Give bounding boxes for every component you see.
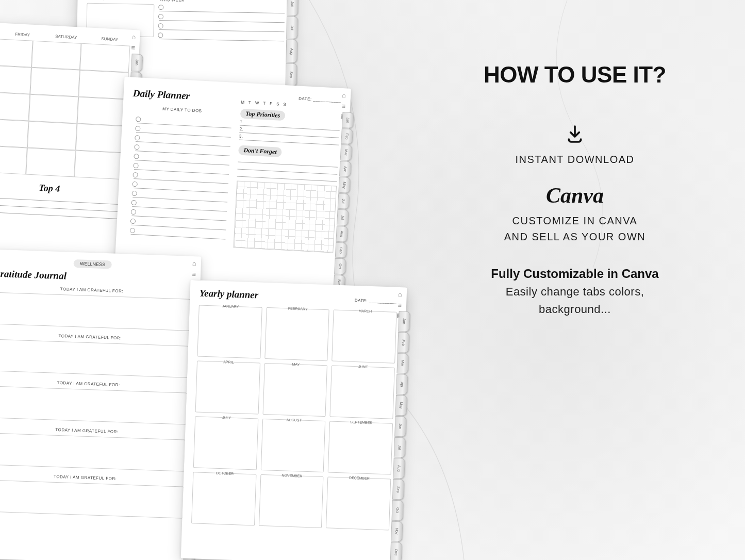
- home-icon: ⌂: [192, 259, 196, 267]
- tab-month: Sep: [286, 63, 297, 87]
- page-corner-icons: ⌂ ≡: [131, 33, 136, 52]
- month-label: DECEMBER: [328, 475, 391, 481]
- sub-line-2: background...: [436, 303, 714, 316]
- month-label: JULY: [195, 415, 258, 420]
- month-label: MARCH: [334, 308, 396, 314]
- tab-month: Aug: [286, 40, 297, 63]
- tab-month: Oct: [334, 258, 346, 275]
- page-subtitle: MY DAILY TO DOS: [132, 105, 232, 115]
- page-title: Daily Planner: [133, 88, 233, 104]
- menu-icon: ≡: [398, 301, 402, 309]
- tab-month: Sep: [335, 242, 347, 258]
- tab-month: Apr: [339, 161, 352, 177]
- month-label: APRIL: [197, 359, 260, 365]
- yearly-planner-page: ⌂ ≡ ▦ Jan Feb Mar Apr May Jun Jul Aug Se…: [181, 280, 407, 560]
- entry-box: [0, 386, 187, 424]
- todo-line: [159, 30, 284, 41]
- month-label: SEPTEMBER: [330, 419, 392, 425]
- side-tabs: May Jun Jul Aug Sep: [286, 0, 299, 87]
- tab-month: Aug: [336, 226, 348, 242]
- day-label: SUNDAY: [87, 0, 154, 2]
- home-icon: ⌂: [342, 91, 346, 99]
- page-title: Yearly planner: [199, 287, 258, 301]
- gratitude-journal-page: ⌂ ≡ ▦ Jan Feb Mar Apr May Jun Jul Aug Se…: [0, 249, 201, 560]
- tab-month: Feb: [398, 332, 409, 353]
- tab-month: Jun: [338, 193, 350, 210]
- tab-month: Jul: [286, 16, 298, 39]
- date-label: DATE: ___________: [355, 298, 398, 304]
- tab-month: May: [338, 177, 351, 193]
- info-panel: HOW TO USE IT? INSTANT DOWNLOAD Canva CU…: [436, 62, 714, 316]
- tab-month: Mar: [396, 353, 408, 373]
- month-grid: [0, 38, 130, 180]
- tab-month: Mar: [340, 144, 353, 161]
- year-grid: JANUARY FEBRUARY MARCH APRIL MAY JUNE JU…: [191, 305, 397, 530]
- home-icon: ⌂: [131, 33, 136, 41]
- day-header: SATURDAY: [45, 32, 87, 40]
- tab-month: Jun: [287, 0, 299, 15]
- wellness-pill: WELLNESS: [74, 259, 112, 269]
- entry-box: [0, 339, 189, 377]
- heading: HOW TO USE IT?: [436, 62, 714, 88]
- tab-month: Jul: [337, 209, 349, 226]
- step-customize-1: CUSTOMIZE IN CANVA: [436, 215, 714, 227]
- download-icon: [565, 124, 585, 144]
- month-label: NOVEMBER: [261, 473, 323, 479]
- entry-box: [0, 292, 190, 331]
- entry-box: [0, 433, 186, 471]
- tab-month: Dec: [390, 542, 402, 560]
- day-header: FRIDAY: [2, 30, 43, 38]
- tab-month: May: [395, 395, 407, 416]
- step-customize-2: AND SELL AS YOUR OWN: [436, 231, 714, 243]
- month-label: JUNE: [332, 364, 394, 370]
- tab-month: Feb: [341, 128, 353, 145]
- sub-bold: Fully Customizable in Canva: [436, 267, 714, 281]
- tab-month: Oct: [392, 500, 404, 521]
- canva-logo: Canva: [436, 183, 714, 208]
- day-header: SUNDAY: [89, 35, 130, 43]
- month-label: AUGUST: [263, 417, 325, 423]
- tab-month: Jan: [342, 112, 354, 128]
- tab-month: Nov: [391, 521, 403, 541]
- menu-icon: ≡: [192, 270, 196, 278]
- step-download: INSTANT DOWNLOAD: [436, 154, 714, 166]
- tab-month: Jan: [131, 54, 143, 72]
- menu-icon: ≡: [341, 102, 345, 110]
- tab-month: Jun: [394, 416, 406, 437]
- month-label: OCTOBER: [193, 470, 256, 476]
- menu-icon: ≡: [131, 44, 135, 52]
- sub-line-1: Easily change tabs colors,: [436, 285, 714, 299]
- entry-box: [0, 480, 184, 518]
- month-label: MAY: [265, 361, 327, 367]
- home-icon: ⌂: [398, 290, 402, 298]
- month-label: JANUARY: [200, 303, 262, 309]
- tab-month: Aug: [393, 458, 405, 479]
- tab-month: Jul: [394, 437, 406, 457]
- month-label: FEBRUARY: [267, 306, 329, 311]
- tab-month: Apr: [396, 374, 408, 394]
- tab-month: Jan: [398, 311, 410, 332]
- tab-month: Sep: [392, 479, 404, 500]
- habit-grid: [233, 180, 337, 253]
